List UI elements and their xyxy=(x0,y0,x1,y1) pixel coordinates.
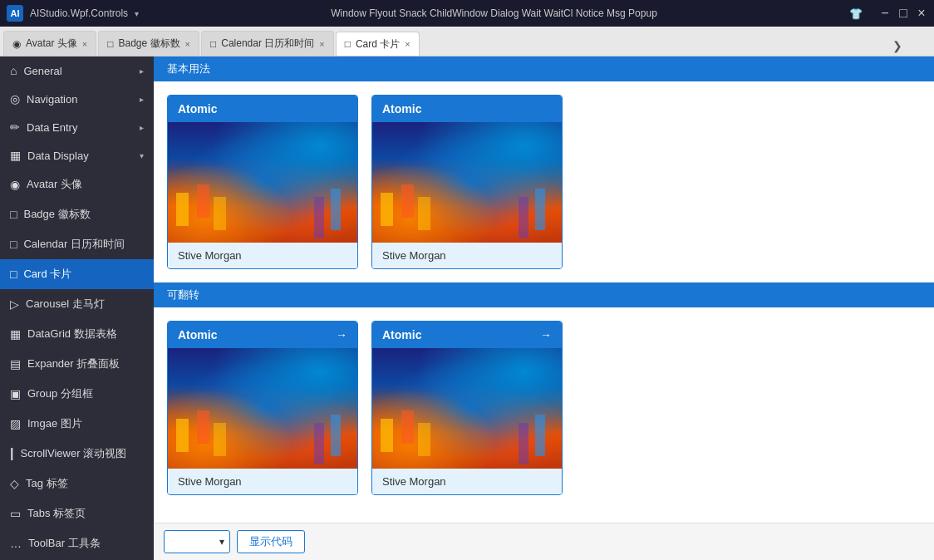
show-code-button[interactable]: 显示代码 xyxy=(237,530,305,553)
sidebar-item-data-display[interactable]: ▦ Data Display ▾ xyxy=(0,141,154,169)
sidebar-item-data-entry[interactable]: ✏ Data Entry ▸ xyxy=(0,113,154,141)
sidebar-arrow-data-display: ▾ xyxy=(140,151,144,160)
sidebar-item-avatar[interactable]: ◉ Avatar 头像 xyxy=(0,169,154,199)
grid-icon: ▦ xyxy=(10,149,21,162)
maximize-button[interactable]: □ xyxy=(897,7,909,19)
card-flip-1[interactable]: Atomic → Stive Morgan xyxy=(167,321,358,495)
card-basic-2-header: Atomic xyxy=(372,96,562,122)
group-icon: ▣ xyxy=(10,387,21,400)
tab-card[interactable]: □ Card 卡片 × xyxy=(336,32,420,56)
card-basic-1-header: Atomic xyxy=(168,96,357,122)
sidebar-item-tabs[interactable]: ▭ Tabs 标签页 xyxy=(0,499,154,528)
shirt-icon[interactable]: 👕 xyxy=(849,7,863,20)
tab-card-icon: □ xyxy=(345,38,351,50)
tab-avatar[interactable]: ◉ Avatar 头像 × xyxy=(3,31,96,56)
tab-avatar-close[interactable]: × xyxy=(82,39,87,49)
tab-bar: ◉ Avatar 头像 × □ Badge 徽标数 × □ Calendar 日… xyxy=(0,27,934,56)
tab-avatar-icon: ◉ xyxy=(12,38,21,50)
sidebar-item-toolbar[interactable]: … ToolBar 工具条 xyxy=(0,528,154,558)
card-icon: □ xyxy=(10,268,17,281)
sidebar-item-scrollviewer[interactable]: | ScrollViewer 滚动视图 xyxy=(0,439,154,469)
navigation-icon: ◎ xyxy=(10,92,20,106)
card-basic-1[interactable]: Atomic Stive Morgan xyxy=(167,95,358,269)
tab-calendar-close[interactable]: × xyxy=(319,39,324,49)
sidebar-item-tag[interactable]: ◇ Tag 标签 xyxy=(0,469,154,499)
card-basic-2[interactable]: Atomic Stive Morgan xyxy=(371,95,563,269)
card-basic-2-image xyxy=(372,122,562,243)
tab-card-close[interactable]: × xyxy=(405,39,410,49)
sidebar-label-image: Imgae 图片 xyxy=(27,416,144,431)
select-chevron-icon: ▾ xyxy=(219,536,224,548)
card-basic-2-author: Stive Morgan xyxy=(382,249,446,262)
card-flip-2-scene xyxy=(372,348,562,469)
bottom-toolbar: ▾ 显示代码 xyxy=(154,523,934,560)
tab-calendar[interactable]: □ Calendar 日历和时间 × xyxy=(201,31,334,56)
sidebar-label-badge: Badge 徽标数 xyxy=(23,207,144,222)
window-controls: − □ × xyxy=(879,7,927,19)
card-basic-2-title: Atomic xyxy=(382,102,421,115)
tab-overflow-chevron[interactable]: ❯ xyxy=(886,36,909,56)
title-bar-left: AI AIStudio.Wpf.Controls ▾ xyxy=(7,5,139,22)
sidebar-label-tag: Tag 标签 xyxy=(26,476,144,491)
sidebar-item-calendar[interactable]: □ Calendar 日历和时间 xyxy=(0,229,154,259)
card-flip-1-author: Stive Morgan xyxy=(178,475,242,488)
tab-badge[interactable]: □ Badge 徽标数 × xyxy=(98,31,199,56)
card-basic-1-footer: Stive Morgan xyxy=(168,243,357,268)
tab-badge-icon: □ xyxy=(107,38,113,50)
content-area: 基本用法 Atomic Stive Morgan Atomic xyxy=(154,56,934,560)
sidebar-label-general: General xyxy=(23,65,133,77)
card-flip-2-arrow: → xyxy=(540,328,552,341)
card-basic-2-footer: Stive Morgan xyxy=(372,243,562,268)
card-flip-2[interactable]: Atomic → Stive Morgan xyxy=(371,321,563,495)
card-flip-1-arrow: → xyxy=(336,328,347,341)
tab-calendar-label: Calendar 日历和时间 xyxy=(221,37,314,51)
sidebar-label-scrollviewer: ScrollViewer 滚动视图 xyxy=(20,446,144,461)
sidebar-item-navigation[interactable]: ◎ Navigation ▸ xyxy=(0,85,154,113)
sidebar-item-general[interactable]: ⌂ General ▸ xyxy=(0,56,154,85)
card-basic-1-image xyxy=(168,122,357,243)
tag-icon: ◇ xyxy=(10,477,19,490)
carousel-icon: ▷ xyxy=(10,297,19,311)
datagrid-icon: ▦ xyxy=(10,327,21,341)
card-flip-2-title: Atomic xyxy=(382,328,421,341)
sidebar-label-data-entry: Data Entry xyxy=(27,121,133,134)
image-icon: ▨ xyxy=(10,417,21,430)
tab-badge-label: Badge 徽标数 xyxy=(119,37,180,51)
sidebar-label-navigation: Navigation xyxy=(27,93,133,106)
sidebar-item-expander[interactable]: ▤ Expander 折叠面板 xyxy=(0,349,154,379)
sidebar-item-group[interactable]: ▣ Group 分组框 xyxy=(0,379,154,409)
sidebar-label-group: Group 分组框 xyxy=(27,386,144,401)
sidebar-item-carousel[interactable]: ▷ Carousel 走马灯 xyxy=(0,289,154,319)
sidebar-label-data-display: Data Display xyxy=(27,150,133,162)
close-button[interactable]: × xyxy=(916,7,927,19)
edit-icon: ✏ xyxy=(10,120,20,134)
sidebar-item-image[interactable]: ▨ Imgae 图片 xyxy=(0,409,154,439)
avatar-icon: ◉ xyxy=(10,178,20,191)
sidebar-arrow-general: ▸ xyxy=(140,66,144,76)
sidebar-item-card[interactable]: □ Card 卡片 xyxy=(0,259,154,289)
sidebar-label-avatar: Avatar 头像 xyxy=(27,177,144,192)
scroll-icon: | xyxy=(10,446,13,461)
tab-badge-close[interactable]: × xyxy=(185,39,190,49)
card-basic-1-title: Atomic xyxy=(178,102,217,115)
code-select-dropdown[interactable]: ▾ xyxy=(164,530,230,553)
basic-cards-container: Atomic Stive Morgan Atomic Stive Morgan xyxy=(154,81,934,282)
app-logo: AI xyxy=(7,5,23,22)
card-flip-1-scene xyxy=(168,348,357,469)
badge-icon: □ xyxy=(10,208,17,221)
sidebar-label-datagrid: DataGrid 数据表格 xyxy=(27,327,144,341)
title-bar-center: Window Flyout Snack ChildWindow Dialog W… xyxy=(139,7,849,19)
home-icon: ⌂ xyxy=(10,64,17,77)
sidebar-item-datagrid[interactable]: ▦ DataGrid 数据表格 xyxy=(0,319,154,349)
minimize-button[interactable]: − xyxy=(879,7,891,19)
sidebar-label-tabs: Tabs 标签页 xyxy=(27,506,144,521)
sidebar-item-badge[interactable]: □ Badge 徽标数 xyxy=(0,199,154,229)
card-flip-2-header: Atomic → xyxy=(372,322,562,348)
flip-cards-container: Atomic → Stive Morgan Atomic → xyxy=(154,307,934,508)
calendar-icon: □ xyxy=(10,238,17,251)
card-flip-1-header: Atomic → xyxy=(168,322,357,348)
sidebar-arrow-data-entry: ▸ xyxy=(140,123,144,132)
card-flip-1-title: Atomic xyxy=(178,328,217,341)
card-flip-2-author: Stive Morgan xyxy=(382,475,446,488)
main-layout: ⌂ General ▸ ◎ Navigation ▸ ✏ Data Entry … xyxy=(0,56,934,560)
